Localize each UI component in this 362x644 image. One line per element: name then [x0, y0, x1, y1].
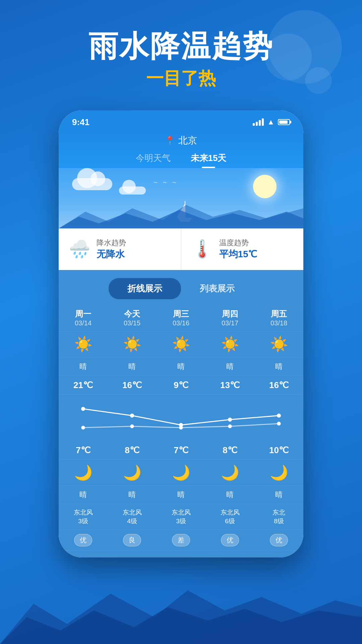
low-temp: 10℃: [256, 445, 302, 455]
forecast-col: 优: [254, 530, 303, 550]
phone-mockup: 9:41 ▲ 📍 北京 今明天气: [59, 110, 303, 557]
day-desc-row: 晴 晴 晴 晴 晴: [59, 358, 303, 376]
tab-15days[interactable]: 未来15天: [191, 152, 227, 168]
day-weather-icon: ☀️: [60, 335, 106, 353]
precipitation-label: 降水趋势: [97, 238, 126, 248]
birds-decoration: ～ ～ ～: [153, 178, 177, 186]
forecast-col: 周四 03/17: [205, 305, 254, 331]
forecast-col: 16℃: [108, 376, 157, 394]
forecast-col: 周三 03/16: [157, 305, 205, 331]
day-weather-icon: ☀️: [109, 335, 155, 353]
summary-cards: 🌧️ 降水趋势 无降水 🌡️ 温度趋势 平均15℃: [59, 228, 303, 270]
toggle-line-chart[interactable]: 折线展示: [109, 278, 181, 299]
night-weather-icon: 🌙: [256, 464, 302, 481]
wind-row: 东北风 3级 东北风 4级 东北风 3级 东北风 6级 东北 8级: [59, 504, 303, 530]
wind-direction: 东北风: [109, 508, 155, 517]
day-date: 03/15: [109, 319, 155, 327]
wind-level: 6级: [207, 517, 253, 526]
deco-circle-2: [265, 34, 312, 80]
day-weather-desc: 晴: [256, 362, 302, 372]
toggle-list-view[interactable]: 列表展示: [181, 278, 253, 299]
day-weather-icon: ☀️: [256, 335, 302, 353]
phone-wrapper: 9:41 ▲ 📍 北京 今明天气: [0, 110, 362, 557]
day-weather-desc: 晴: [158, 362, 204, 372]
wind-level: 3级: [60, 517, 106, 526]
night-weather-desc: 晴: [60, 490, 106, 500]
night-weather-icon: 🌙: [60, 464, 106, 481]
forecast-col: 晴: [108, 358, 157, 376]
air-quality-badge: 差: [172, 534, 190, 546]
svg-point-3: [130, 414, 134, 417]
status-bar: 9:41 ▲: [59, 110, 303, 131]
signal-icon: [253, 118, 264, 126]
forecast-col: 21℃: [59, 376, 108, 394]
forecast-col: 晴: [59, 358, 108, 376]
cloud-2: [119, 186, 146, 195]
forecast-col: 晴: [157, 358, 205, 376]
air-quality-badge: 优: [270, 534, 288, 546]
forecast-col: 晴: [254, 358, 303, 376]
temperature-card: 🌡️ 温度趋势 平均15℃: [181, 228, 304, 270]
location-bar: 📍 北京: [59, 134, 303, 147]
forecast-col: 东北风 3级: [59, 504, 108, 530]
forecast-col: 今天 03/15: [108, 305, 157, 331]
forecast-col: 8℃: [108, 441, 157, 460]
toggle-bar: 折线展示 列表展示: [59, 270, 303, 305]
cloud-1: [72, 178, 112, 190]
high-temp: 21℃: [60, 380, 106, 390]
day-date: 03/17: [207, 319, 253, 327]
forecast-col: 7℃: [157, 441, 205, 460]
temperature-icon: 🌡️: [191, 239, 213, 259]
svg-point-5: [228, 418, 232, 421]
forecast-col: 良: [108, 530, 157, 550]
forecast-col: ☀️: [59, 331, 108, 357]
forecast-col: 🌙: [157, 460, 205, 485]
day-date: 03/18: [256, 319, 302, 327]
day-header-row: 周一 03/14 今天 03/15 周三 03/16 周四 03/17 周五 0…: [59, 305, 303, 331]
forecast-col: 晴: [254, 486, 303, 504]
day-weather-icon: ☀️: [207, 335, 253, 353]
status-icons: ▲: [253, 118, 290, 126]
day-weather-desc: 晴: [60, 362, 106, 372]
svg-point-8: [130, 425, 134, 428]
day-name: 周一: [60, 309, 106, 319]
air-quality-badge: 优: [221, 534, 239, 546]
low-temp-row: 7℃ 8℃ 7℃ 8℃ 10℃: [59, 441, 303, 460]
air-quality-badge: 优: [74, 534, 92, 546]
low-temp: 8℃: [207, 445, 253, 455]
forecast-col: 东北风 4级: [108, 504, 157, 530]
forecast-col: 差: [157, 530, 205, 550]
bottom-mountains: [0, 577, 362, 644]
wind-level: 3级: [158, 517, 204, 526]
night-weather-desc: 晴: [109, 490, 155, 500]
low-temp: 7℃: [158, 445, 204, 455]
wind-direction: 东北风: [207, 508, 253, 517]
high-temp: 13℃: [207, 380, 253, 390]
svg-point-2: [81, 407, 85, 411]
day-name: 周三: [158, 309, 204, 319]
day-name: 周四: [207, 309, 253, 319]
forecast-col: 优: [205, 530, 254, 550]
night-weather-desc: 晴: [207, 490, 253, 500]
deco-circle-3: [305, 67, 332, 94]
sun-icon: [253, 175, 277, 198]
forecast-col: 晴: [59, 486, 108, 504]
tab-today[interactable]: 今明天气: [136, 152, 171, 168]
mountain-silhouette: [59, 202, 303, 228]
forecast-col: 8℃: [205, 441, 254, 460]
tab-bar: 今明天气 未来15天: [59, 152, 303, 168]
wind-direction: 东北: [256, 508, 302, 517]
forecast-col: 东北风 3级: [157, 504, 205, 530]
location-name: 北京: [178, 134, 197, 147]
high-temp: 16℃: [109, 380, 155, 390]
forecast-col: 🌙: [254, 460, 303, 485]
forecast-col: ☀️: [157, 331, 205, 357]
day-weather-desc: 晴: [207, 362, 253, 372]
weather-table: 周一 03/14 今天 03/15 周三 03/16 周四 03/17 周五 0…: [59, 305, 303, 557]
temperature-label: 温度趋势: [219, 238, 257, 248]
day-name: 今天: [109, 309, 155, 319]
forecast-col: 9℃: [157, 376, 205, 394]
wind-direction: 东北风: [158, 508, 204, 517]
air-row: 优 良 差 优 优: [59, 530, 303, 551]
forecast-col: 7℃: [59, 441, 108, 460]
